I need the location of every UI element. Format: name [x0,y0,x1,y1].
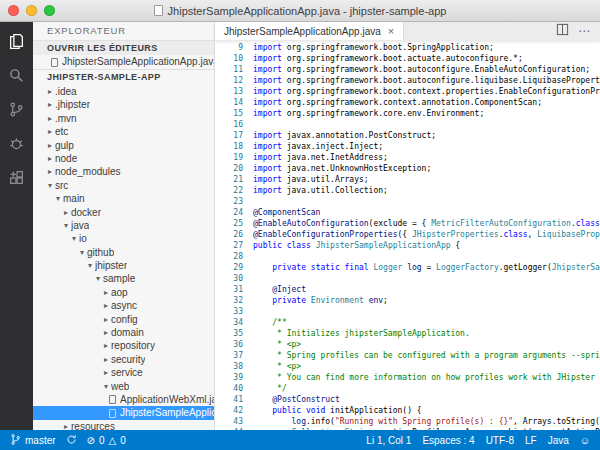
line-number[interactable]: 24 [215,207,243,218]
line-number[interactable]: 31 [215,284,243,295]
tree-item-jhipstersampleapplicationapp-java[interactable]: JhipsterSampleApplicationApp.java [33,406,214,419]
tree-item--jhipster[interactable]: ▸.jhipster [33,98,214,111]
code-line[interactable]: log.info("Running with Spring profile(s)… [253,416,600,427]
tree-item-jhipster[interactable]: ▾jhipster [33,259,214,272]
sync-button[interactable] [66,433,77,448]
tree-item-service[interactable]: ▸service [33,366,214,379]
code-line[interactable]: * <p> [253,339,600,350]
code-line[interactable]: import javax.annotation.PostConstruct; [253,130,600,141]
open-editors-header[interactable]: OUVRIR LES ÉDITEURS [33,40,214,55]
code-line[interactable]: /** [253,317,600,328]
tree-item-async[interactable]: ▸async [33,299,214,312]
line-number[interactable]: 16 [215,119,243,130]
code-line[interactable]: import org.springframework.boot.autoconf… [253,75,600,86]
line-number[interactable]: 27 [215,240,243,251]
line-number[interactable]: 9 [215,42,243,53]
tree-item-domain[interactable]: ▸domain [33,326,214,339]
line-number[interactable]: 21 [215,174,243,185]
activity-source-control-button[interactable] [0,96,33,126]
tree-item-main[interactable]: ▾main [33,192,214,205]
encoding-indicator[interactable]: UTF-8 [486,435,514,446]
code-line[interactable]: private Environment env; [253,295,600,306]
code-line[interactable]: import org.springframework.context.annot… [253,97,600,108]
open-editor-item[interactable]: JhipsterSampleApplicationApp.java src/m.… [33,55,214,69]
tree-item-aop[interactable]: ▸aop [33,286,214,299]
code-line[interactable]: * You can find more information on how p… [253,372,600,383]
cursor-position[interactable]: Li 1, Col 1 [366,435,411,446]
code-line[interactable] [253,273,600,284]
line-number[interactable]: 14 [215,97,243,108]
line-number[interactable]: 42 [215,405,243,416]
tree-item-web[interactable]: ▾web [33,380,214,393]
code-line[interactable]: @Inject [253,284,600,295]
tree-item-node-modules[interactable]: ▸node_modules [33,165,214,178]
code-line[interactable]: import java.net.InetAddress; [253,152,600,163]
tree-item-docker[interactable]: ▸docker [33,206,214,219]
tree-item-repository[interactable]: ▸repository [33,339,214,352]
line-number[interactable]: 23 [215,196,243,207]
line-number[interactable]: 30 [215,273,243,284]
tree-item-gulp[interactable]: ▸gulp [33,139,214,152]
code-line[interactable]: import org.springframework.boot.SpringAp… [253,42,600,53]
code-line[interactable]: * Spring profiles can be configured with… [253,350,600,361]
line-number[interactable]: 12 [215,75,243,86]
activity-search-button[interactable] [0,62,33,92]
line-number[interactable]: 34 [215,317,243,328]
line-number[interactable]: 35 [215,328,243,339]
tree-item-resources[interactable]: ▸resources [33,420,214,430]
gutter[interactable]: 9101112131415161718192021222324252627282… [215,42,253,430]
tree-item-io[interactable]: ▾io [33,232,214,245]
activity-extensions-button[interactable] [0,164,33,194]
code-editor[interactable]: 9101112131415161718192021222324252627282… [215,40,600,430]
tree-item-java[interactable]: ▾java [33,219,214,232]
code-line[interactable] [253,196,600,207]
tree-item-applicationwebxml-java[interactable]: ApplicationWebXml.java [33,393,214,406]
code-line[interactable]: import java.util.Collection; [253,185,600,196]
code-line[interactable]: * Initializes jhipsterSampleApplication. [253,328,600,339]
problems-indicator[interactable]: ⊘ 0 △ 0 [87,435,126,446]
close-tab-icon[interactable]: × [388,26,394,37]
code-line[interactable]: @ComponentScan [253,207,600,218]
tab-jhipstersampleapplicationapp[interactable]: JhipsterSampleApplicationApp.java × [215,22,404,40]
code-line[interactable]: @EnableConfigurationProperties({ JHipste… [253,229,600,240]
language-indicator[interactable]: Java [548,435,569,446]
line-number[interactable]: 33 [215,306,243,317]
code-line[interactable]: public void initApplication() { [253,405,600,416]
line-number[interactable]: 17 [215,130,243,141]
tree-item-src[interactable]: ▾src [33,179,214,192]
tree-item--mvn[interactable]: ▸.mvn [33,112,214,125]
code-line[interactable]: import org.springframework.boot.context.… [253,86,600,97]
activity-explorer-button[interactable] [0,28,33,58]
code-line[interactable] [253,251,600,262]
tree-item-config[interactable]: ▸config [33,313,214,326]
project-header[interactable]: JHIPSTER-SAMPLE-APP [33,69,214,85]
line-number[interactable]: 36 [215,339,243,350]
line-number[interactable]: 18 [215,141,243,152]
code-line[interactable]: */ [253,383,600,394]
zoom-window-button[interactable] [44,5,55,16]
code-line[interactable]: private static final Logger log = Logger… [253,262,600,273]
line-number[interactable]: 29 [215,262,243,273]
line-number[interactable]: 39 [215,372,243,383]
line-number[interactable]: 22 [215,185,243,196]
activity-debug-button[interactable] [0,130,33,160]
code-line[interactable]: import org.springframework.boot.autoconf… [253,64,600,75]
line-number[interactable]: 28 [215,251,243,262]
code-line[interactable]: import org.springframework.core.env.Envi… [253,108,600,119]
line-number[interactable]: 20 [215,163,243,174]
code-line[interactable]: import org.springframework.boot.actuate.… [253,53,600,64]
code-content[interactable]: import org.springframework.boot.SpringAp… [253,42,600,430]
line-number[interactable]: 25 [215,218,243,229]
git-branch-indicator[interactable]: master [10,433,56,448]
feedback-icon[interactable]: ☺ [580,435,590,446]
line-number[interactable]: 10 [215,53,243,64]
tree-item-node[interactable]: ▸node [33,152,214,165]
more-actions-icon[interactable]: ⋯ [578,24,591,38]
line-number[interactable]: 13 [215,86,243,97]
line-number[interactable]: 19 [215,152,243,163]
code-line[interactable]: * <p> [253,361,600,372]
line-number[interactable]: 41 [215,394,243,405]
tree-item-github[interactable]: ▾github [33,246,214,259]
code-line[interactable]: import java.util.Arrays; [253,174,600,185]
line-number[interactable]: 11 [215,64,243,75]
